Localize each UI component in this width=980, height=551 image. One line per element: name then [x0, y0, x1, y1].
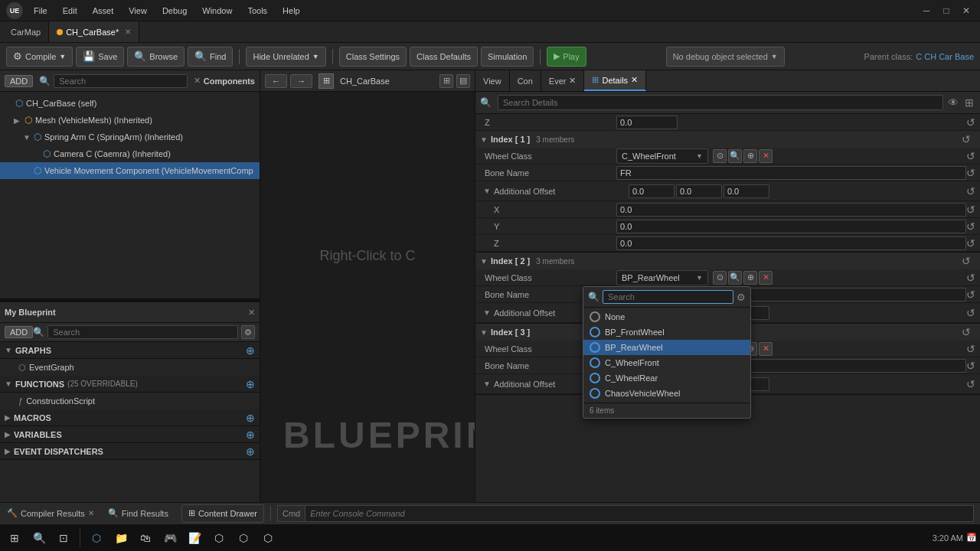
taskbar-app1-icon[interactable]: 🎮 [158, 527, 181, 549]
maximize-button[interactable]: □ [939, 3, 954, 18]
menu-tools[interactable]: Tools [241, 5, 273, 17]
compiler-results-close-icon[interactable]: ✕ [88, 509, 94, 517]
bp-macros-add-icon[interactable]: ⊕ [246, 412, 255, 424]
find-results-tab[interactable]: 🔍 Find Results [101, 506, 175, 520]
minimize-button[interactable]: ─ [919, 3, 934, 18]
prop-input-offset-y-1[interactable] [676, 184, 722, 198]
prop-reset-bone-name-3[interactable]: ↺ [966, 360, 980, 372]
prop-input-y-1[interactable] [616, 220, 966, 233]
prop-reset-y-1[interactable]: ↺ [966, 220, 980, 233]
browse-button[interactable]: 🔍 Browse [127, 47, 185, 67]
bp-section-macros[interactable]: ▶ MACROS ⊕ [0, 409, 260, 426]
debug-dropdown[interactable]: No debug object selected ▼ [666, 47, 785, 67]
prop-input-z-1[interactable] [616, 236, 966, 250]
prop-add-icon-2[interactable]: ⊕ [743, 271, 757, 285]
taskbar-explorer-icon[interactable]: 📁 [109, 527, 132, 549]
tab-carmap[interactable]: CarMap [3, 21, 49, 42]
prop-clear-icon-1[interactable]: ✕ [759, 149, 773, 163]
details-search-input[interactable] [498, 95, 943, 110]
prop-section-index3-reset[interactable]: ↺ [962, 326, 975, 338]
prop-section-index2-header[interactable]: ▼ Index [ 2 ] 3 members ↺ [475, 253, 980, 269]
taskbar-app5-icon[interactable]: ⬡ [256, 527, 279, 549]
prop-reset-wheel-class-1[interactable]: ↺ [966, 150, 980, 162]
viewport-nav-forward[interactable]: → [290, 74, 312, 88]
taskbar-app3-icon[interactable]: ⬡ [207, 527, 230, 549]
blueprint-settings-icon[interactable]: ⚙ [241, 325, 255, 339]
bp-section-functions[interactable]: ▼ FUNCTIONS (25 OVERRIDABLE) ⊕ [0, 376, 260, 393]
prop-clear-icon-3[interactable]: ✕ [759, 342, 773, 356]
prop-input-bone-name-1[interactable] [616, 166, 966, 180]
bp-graphs-add-icon[interactable]: ⊕ [246, 344, 255, 357]
taskbar-start-icon[interactable]: ⊞ [3, 527, 26, 549]
taskbar-app4-icon[interactable]: ⬡ [232, 527, 255, 549]
details-grid-icon[interactable]: ⊞ [963, 95, 975, 110]
bp-item-eventgraph[interactable]: ⬡ EventGraph [0, 359, 260, 376]
viewport-grid-icon[interactable]: ⊞ [318, 73, 334, 89]
prop-input-offset-x-1[interactable] [629, 184, 675, 198]
prop-dropdown-wheel-class-1[interactable]: C_WheelFront ▼ [616, 148, 708, 164]
class-settings-button[interactable]: Class Settings [339, 47, 407, 67]
tree-item-camera[interactable]: ⬡ Camera C (Caemra) (Inherited) [0, 145, 260, 162]
prop-reset-offset-2[interactable]: ↺ [966, 307, 980, 319]
prop-reset-wheel-class-2[interactable]: ↺ [966, 272, 980, 284]
prop-reset-bone-name-2[interactable]: ↺ [966, 289, 980, 301]
bp-functions-add-icon[interactable]: ⊕ [246, 378, 255, 390]
prop-browse-icon-1[interactable]: ⊙ [713, 149, 727, 163]
viewport-content[interactable]: Right-Click to C BLUEPRIN [260, 92, 475, 502]
bp-section-graphs[interactable]: ▼ GRAPHS ⊕ [0, 342, 260, 359]
details-tab-view[interactable]: View [475, 70, 510, 91]
blueprint-close-icon[interactable]: ✕ [248, 308, 255, 318]
tree-item-mesh[interactable]: ▶ ⬡ Mesh (VehicleMesh) (Inherited) [0, 112, 260, 129]
class-defaults-button[interactable]: Class Defaults [410, 47, 478, 67]
prop-section-index2-reset[interactable]: ↺ [962, 255, 975, 267]
play-button[interactable]: ▶ Play [547, 47, 586, 67]
prop-input-x-1[interactable] [616, 203, 966, 217]
content-drawer-button[interactable]: ⊞ Content Drawer [181, 504, 264, 523]
details-tab-con[interactable]: Con [510, 70, 541, 91]
dropdown-item-c-rear[interactable]: C_WheelRear [583, 370, 750, 386]
prop-clear-icon-2[interactable]: ✕ [759, 271, 773, 285]
prop-dropdown-wheel-class-2[interactable]: BP_RearWheel ▼ [616, 270, 708, 285]
details-eye-icon[interactable]: 👁 [946, 95, 960, 110]
compile-button[interactable]: ⚙ Compile ▼ [6, 47, 73, 67]
taskbar-search-icon[interactable]: 🔍 [28, 527, 51, 549]
prop-reset-bone-name-1[interactable]: ↺ [966, 167, 980, 179]
menu-debug[interactable]: Debug [156, 5, 193, 17]
menu-view[interactable]: View [122, 5, 153, 17]
prop-reset-z-top[interactable]: ↺ [966, 116, 980, 129]
dropdown-item-bp-front[interactable]: BP_FrontWheel [583, 324, 750, 340]
component-search-input[interactable] [54, 74, 188, 88]
tree-item-vehicle-movement[interactable]: ⬡ Vehicle Movement Component (VehicleMov… [0, 162, 260, 179]
console-input[interactable] [305, 505, 974, 522]
prop-reset-offset-1[interactable]: ↺ [966, 185, 980, 197]
prop-add-icon-1[interactable]: ⊕ [743, 149, 757, 163]
tab-ch-carbase[interactable]: CH_CarBase* ✕ [49, 21, 139, 42]
prop-section-index1-header[interactable]: ▼ Index [ 1 ] 3 members ↺ [475, 131, 980, 148]
dropdown-item-c-front[interactable]: C_WheelFront [583, 355, 750, 370]
prop-reset-offset-3[interactable]: ↺ [966, 378, 980, 390]
tree-item-ch-carbase[interactable]: ⬡ CH_CarBase (self) [0, 95, 260, 112]
prop-section-index1-reset[interactable]: ↺ [962, 133, 975, 145]
prop-input-offset-z-1[interactable] [724, 184, 769, 198]
menu-help[interactable]: Help [276, 5, 306, 17]
prop-reset-wheel-class-3[interactable]: ↺ [966, 343, 980, 355]
bp-dispatchers-add-icon[interactable]: ⊕ [246, 445, 255, 458]
tree-item-spring-arm[interactable]: ▼ ⬡ Spring Arm C (SpringArm) (Inherited) [0, 129, 260, 145]
bp-section-variables[interactable]: ▶ VARIABLES ⊕ [0, 426, 260, 443]
details-tab-close-icon[interactable]: ✕ [631, 75, 638, 85]
simulation-button[interactable]: Simulation [481, 47, 534, 67]
dropdown-item-none[interactable]: None [583, 309, 750, 324]
taskbar-app2-icon[interactable]: 📝 [183, 527, 206, 549]
prop-search-icon-1[interactable]: 🔍 [728, 149, 742, 163]
prop-reset-x-1[interactable]: ↺ [966, 204, 980, 216]
details-tab-details[interactable]: ⊞ Details ✕ [584, 70, 646, 91]
bp-section-dispatchers[interactable]: ▶ EVENT DISPATCHERS ⊕ [0, 443, 260, 460]
dropdown-item-chaos[interactable]: ChaosVehicleWheel [583, 386, 750, 401]
dropdown-item-bp-rear[interactable]: BP_RearWheel [583, 340, 750, 355]
prop-input-z-top[interactable] [616, 116, 678, 129]
close-button[interactable]: ✕ [959, 3, 974, 18]
viewport-grid2-icon[interactable]: ⊞ [439, 74, 453, 88]
viewport-nav-back[interactable]: ← [265, 74, 287, 88]
menu-edit[interactable]: Edit [57, 5, 83, 17]
components-close-icon[interactable]: ✕ [194, 76, 201, 86]
